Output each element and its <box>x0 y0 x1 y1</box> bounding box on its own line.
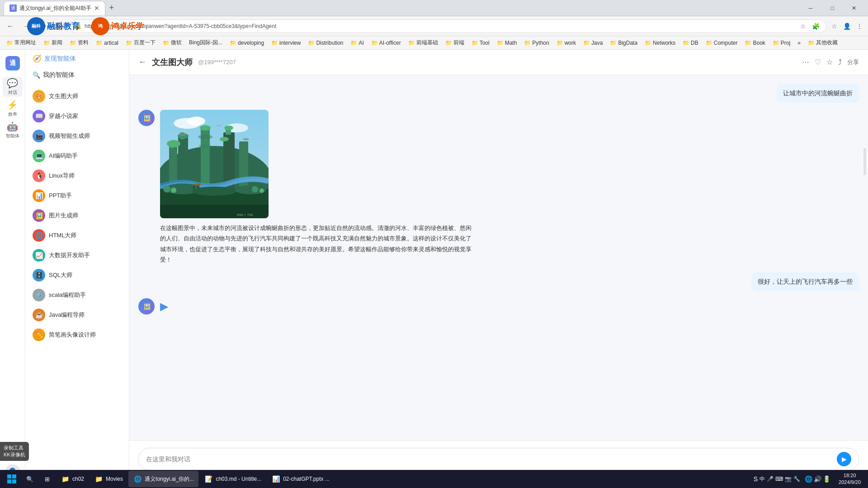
browser-menu-icon[interactable]: ⋮ <box>854 21 864 31</box>
bookmark-item[interactable]: 📁 百度一下 <box>123 38 158 48</box>
taskbar-item-ch02[interactable]: 📁 ch02 <box>56 471 89 487</box>
bookmark-item[interactable]: 📁 artical <box>93 38 121 48</box>
user-id: @199****7207 <box>198 59 236 66</box>
bookmark-item[interactable]: 📁 前端基础 <box>406 38 441 48</box>
taskbar-item-browser[interactable]: 🌐 通义tongyi.ai_你的... <box>128 471 198 487</box>
maximize-button[interactable]: □ <box>822 1 843 15</box>
bookmark-item[interactable]: 📁 developing <box>227 38 267 48</box>
volume-icon[interactable]: 🔊 <box>814 475 821 483</box>
bookmark-item[interactable]: 📁 work <box>554 38 579 48</box>
star-icon[interactable]: ☆ <box>798 21 808 31</box>
bookmark-math[interactable]: 📁 Math <box>494 38 520 48</box>
network-icon[interactable]: 🌐 <box>805 475 812 483</box>
back-button[interactable]: ← <box>4 19 17 33</box>
my-agents-button[interactable]: 🔍 我的智能体 <box>25 67 129 83</box>
agent-list: 🎨 文生图大师 📖 穿越小说家 🎬 视频智能生成师 💻 AI编码助手 🐧 Lin… <box>25 83 129 469</box>
star-button[interactable]: ☆ <box>826 58 833 66</box>
camera-icon[interactable]: 📷 <box>785 476 792 482</box>
scroll-handle[interactable] <box>863 148 866 175</box>
favorite-button[interactable]: ♡ <box>815 58 821 66</box>
bookmark-item[interactable]: 📁 Distribution <box>305 38 346 48</box>
profile-icon[interactable]: 👤 <box>842 21 852 31</box>
taskbar-item-pptx[interactable]: 📊 02-chatGPT.pptx ... <box>267 471 334 487</box>
bookmark-item[interactable]: 📁 前端 <box>443 38 467 48</box>
bookmark-label: Book <box>753 40 765 46</box>
close-button[interactable]: ✕ <box>844 1 864 15</box>
bookmark-item[interactable]: 📁 Proj <box>770 38 793 48</box>
bookmark-item[interactable]: Bing国际-国... <box>186 38 225 48</box>
minimize-button[interactable]: ─ <box>800 1 821 15</box>
agent-item-scala[interactable]: ⚙️ scala编程助手 <box>25 285 129 305</box>
agent-name: 穿越小说家 <box>49 112 78 120</box>
agent-item-ai-code[interactable]: 💻 AI编码助手 <box>25 146 129 166</box>
bookmark-item[interactable]: 📁 BigData <box>607 38 640 48</box>
taskbar-widgets-button[interactable]: ⊞ <box>40 472 54 486</box>
taskbar-clock[interactable]: 18:20 2024/9/20 <box>835 472 864 486</box>
share-button[interactable]: ⤴ <box>838 58 842 66</box>
bookmark-item[interactable]: 📁 AI-officer <box>368 38 404 48</box>
agent-item-bigdata[interactable]: 📈 大数据开发助手 <box>25 245 129 265</box>
folder-icon: 📁 <box>230 40 236 46</box>
bookmark-icon[interactable]: ☆ <box>829 21 839 31</box>
ime-icon[interactable]: S <box>754 475 758 483</box>
taskbar-item-md[interactable]: 📝 ch03.md - Untitle... <box>199 471 266 487</box>
active-tab[interactable]: 通 通义tongyi.ai_你的全能AI助手 ✕ <box>4 1 105 15</box>
bookmark-more[interactable]: » <box>795 38 803 48</box>
new-tab-button[interactable]: + <box>105 2 118 14</box>
send-button[interactable]: ▶ <box>837 452 851 466</box>
agent-item-html[interactable]: 🌐 HTML大师 <box>25 225 129 245</box>
more-options-button[interactable]: ⋯ <box>802 58 809 66</box>
bookmark-item[interactable]: 📁 资料 <box>67 38 91 48</box>
bookmark-item[interactable]: 📁 常用网址 <box>4 38 39 48</box>
bookmark-networks[interactable]: 📁 Networks <box>642 38 678 48</box>
bookmark-item[interactable]: 📁 DB <box>680 38 701 48</box>
input-box[interactable]: ▶ <box>138 448 859 470</box>
chat-area[interactable]: 让城市中的河流蜿蜒曲折 🖼️ <box>129 75 868 440</box>
taskbar-item-movies[interactable]: 📁 Movies <box>90 471 127 487</box>
mic-icon[interactable]: 🎤 <box>767 476 774 482</box>
bookmark-item[interactable]: 📁 Computer <box>703 38 741 48</box>
refresh-button[interactable]: ↻ <box>36 19 50 33</box>
sidebar-item-dialog[interactable]: 💬 对话 <box>3 77 23 97</box>
extensions-icon[interactable]: 🧩 <box>811 21 821 31</box>
agent-item-video[interactable]: 🎬 视频智能生成师 <box>25 126 129 146</box>
forward-button[interactable]: → <box>20 19 33 33</box>
chat-input[interactable] <box>146 455 837 463</box>
home-button[interactable]: 🏠 <box>52 19 66 33</box>
bookmark-item[interactable]: 📁 微软 <box>160 38 184 48</box>
input-mode-icon[interactable]: 中 <box>760 475 765 483</box>
sidebar-item-agent[interactable]: 🤖 智能体 <box>3 120 23 140</box>
tab-bar: 通 通义tongyi.ai_你的全能AI助手 ✕ + <box>4 0 398 16</box>
agent-item-linux[interactable]: 🐧 Linux导师 <box>25 166 129 186</box>
start-button[interactable] <box>4 471 20 487</box>
bookmark-item[interactable]: 📁 interview <box>269 38 303 48</box>
back-button[interactable]: ← <box>138 57 146 67</box>
agent-item-image[interactable]: 🖼️ 图片生成师 <box>25 206 129 225</box>
agent-item-ppt[interactable]: 📊 PPT助手 <box>25 186 129 206</box>
agent-item-java[interactable]: ☕ Java编程导师 <box>25 305 129 325</box>
bookmark-item[interactable]: 📁 Java <box>580 38 605 48</box>
agent-item-chuanyue[interactable]: 📖 穿越小说家 <box>25 106 129 126</box>
agent-item-sketch[interactable]: ✏️ 简笔画头像设计师 <box>25 325 129 345</box>
tab-close-button[interactable]: ✕ <box>94 5 99 12</box>
tool-icon[interactable]: 🔧 <box>793 476 800 482</box>
folder-icon: 📁 <box>271 40 278 46</box>
agent-item-wentu[interactable]: 🎨 文生图大师 <box>25 86 129 106</box>
agent-item-sql[interactable]: 🗄️ SQL大师 <box>25 265 129 285</box>
recording-tool[interactable]: 录制工具 KK录像机 <box>0 442 29 461</box>
discover-agents-button[interactable]: 🧭 发现智能体 <box>25 50 129 67</box>
battery-icon[interactable]: 🔋 <box>823 475 830 483</box>
efficiency-icon: ⚡ <box>7 99 18 110</box>
sidebar-item-efficiency[interactable]: ⚡ 效率 <box>3 99 23 118</box>
bookmark-item[interactable]: 📁 Python <box>521 38 552 48</box>
bookmark-item[interactable]: 📁 新闻 <box>41 38 65 48</box>
bookmark-label: Java <box>591 40 603 46</box>
keyboard-icon[interactable]: ⌨ <box>775 476 783 482</box>
bookmark-item[interactable]: 📁 AI <box>348 38 366 48</box>
bookmark-item[interactable]: 📁 Book <box>742 38 768 48</box>
bookmark-other[interactable]: 📁 其他收藏 <box>805 38 840 48</box>
folder-icon: 📁 <box>645 40 651 46</box>
bookmark-item[interactable]: 📁 Tool <box>469 38 492 48</box>
taskbar-search-button[interactable]: 🔍 <box>22 471 38 487</box>
address-bar[interactable]: 🔒 https://tongyi.aliyun.com/qianwen?agen… <box>69 19 826 33</box>
